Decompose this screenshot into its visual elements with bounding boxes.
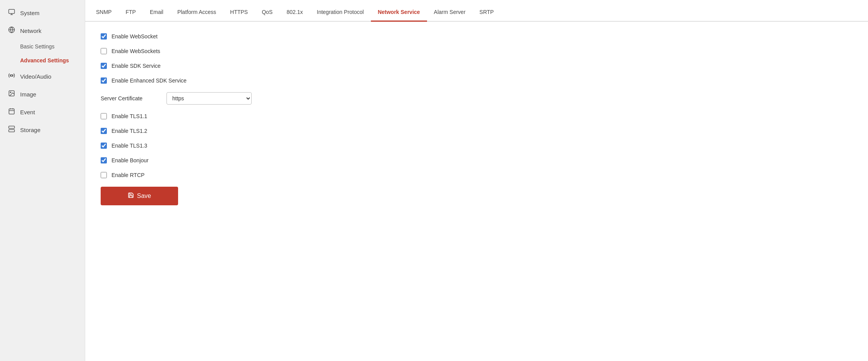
checkbox-row-sdk-service: Enable SDK Service bbox=[101, 63, 853, 69]
checkbox-row-websockets: Enable WebSockets bbox=[101, 48, 853, 54]
checkbox-enhanced-sdk[interactable] bbox=[101, 77, 107, 84]
checkbox-row-enhanced-sdk: Enable Enhanced SDK Service bbox=[101, 77, 853, 84]
checkbox-row-bonjour: Enable Bonjour bbox=[101, 157, 853, 163]
sidebar-label-image: Image bbox=[20, 91, 36, 98]
sidebar-item-video-audio[interactable]: Video/Audio bbox=[0, 67, 85, 85]
tab-alarm-server[interactable]: Alarm Server bbox=[427, 3, 473, 22]
tab-snmp[interactable]: SNMP bbox=[89, 3, 118, 22]
sidebar-item-system[interactable]: System bbox=[0, 4, 85, 22]
image-icon bbox=[8, 90, 15, 98]
sidebar-label-network: Network bbox=[20, 28, 41, 34]
label-enhanced-sdk[interactable]: Enable Enhanced SDK Service bbox=[112, 77, 187, 84]
tab-https[interactable]: HTTPS bbox=[223, 3, 255, 22]
svg-rect-0 bbox=[9, 9, 15, 14]
server-certificate-select[interactable]: https http default bbox=[166, 92, 252, 105]
checkbox-sdk-service[interactable] bbox=[101, 63, 107, 69]
storage-icon bbox=[8, 125, 15, 134]
sidebar-item-event[interactable]: Event bbox=[0, 103, 85, 121]
sidebar-label-video-audio: Video/Audio bbox=[20, 73, 51, 80]
svg-rect-13 bbox=[9, 130, 15, 132]
label-websockets[interactable]: Enable WebSockets bbox=[112, 48, 160, 54]
checkbox-row-tls12: Enable TLS1.2 bbox=[101, 128, 853, 134]
checkbox-row-tls11: Enable TLS1.1 bbox=[101, 113, 853, 119]
checkbox-rtcp[interactable] bbox=[101, 172, 107, 178]
svg-point-5 bbox=[11, 75, 13, 77]
svg-point-7 bbox=[10, 92, 11, 93]
checkbox-tls12[interactable] bbox=[101, 128, 107, 134]
label-websocket[interactable]: Enable WebSocket bbox=[112, 33, 158, 40]
sidebar-sub-item-advanced-settings[interactable]: Advanced Settings bbox=[0, 53, 85, 67]
checkbox-row-rtcp: Enable RTCP bbox=[101, 172, 853, 178]
tab-integration-protocol[interactable]: Integration Protocol bbox=[310, 3, 371, 22]
server-certificate-label: Server Certificate bbox=[101, 95, 163, 101]
sidebar-label-event: Event bbox=[20, 109, 35, 115]
checkbox-bonjour[interactable] bbox=[101, 157, 107, 163]
checkbox-row-tls13: Enable TLS1.3 bbox=[101, 143, 853, 149]
checkbox-row-websocket: Enable WebSocket bbox=[101, 33, 853, 40]
sidebar-item-storage[interactable]: Storage bbox=[0, 121, 85, 139]
label-tls11[interactable]: Enable TLS1.1 bbox=[112, 113, 147, 119]
tab-network-service[interactable]: Network Service bbox=[371, 3, 427, 22]
sidebar-item-image[interactable]: Image bbox=[0, 85, 85, 103]
sidebar: System Network Basic Settings Advanced S… bbox=[0, 0, 85, 361]
svg-rect-8 bbox=[9, 109, 14, 114]
save-label: Save bbox=[137, 193, 151, 199]
content-area: Enable WebSocket Enable WebSockets Enabl… bbox=[85, 22, 868, 361]
tab-bar: SNMP FTP Email Platform Access HTTPS QoS… bbox=[85, 0, 868, 22]
main-panel: SNMP FTP Email Platform Access HTTPS QoS… bbox=[85, 0, 868, 361]
tab-platform-access[interactable]: Platform Access bbox=[170, 3, 223, 22]
server-certificate-row: Server Certificate https http default bbox=[101, 92, 853, 105]
checkbox-websocket[interactable] bbox=[101, 33, 107, 40]
event-icon bbox=[8, 108, 15, 116]
tab-qos[interactable]: QoS bbox=[255, 3, 280, 22]
tab-srtp[interactable]: SRTP bbox=[472, 3, 501, 22]
checkbox-tls13[interactable] bbox=[101, 143, 107, 149]
checkbox-tls11[interactable] bbox=[101, 113, 107, 119]
tab-ftp[interactable]: FTP bbox=[118, 3, 142, 22]
system-icon bbox=[8, 9, 15, 17]
network-icon bbox=[8, 26, 15, 35]
svg-rect-12 bbox=[9, 126, 15, 129]
checkbox-websockets[interactable] bbox=[101, 48, 107, 54]
label-tls12[interactable]: Enable TLS1.2 bbox=[112, 128, 147, 134]
label-tls13[interactable]: Enable TLS1.3 bbox=[112, 143, 147, 149]
save-icon bbox=[128, 192, 134, 200]
sidebar-item-network[interactable]: Network bbox=[0, 22, 85, 40]
sidebar-label-storage: Storage bbox=[20, 127, 41, 133]
sidebar-label-system: System bbox=[20, 10, 39, 16]
video-audio-icon bbox=[8, 72, 15, 81]
tab-email[interactable]: Email bbox=[143, 3, 170, 22]
tab-8021x[interactable]: 802.1x bbox=[280, 3, 310, 22]
label-bonjour[interactable]: Enable Bonjour bbox=[112, 157, 149, 163]
save-button[interactable]: Save bbox=[101, 187, 178, 205]
sidebar-sub-item-basic-settings[interactable]: Basic Settings bbox=[0, 40, 85, 53]
label-sdk-service[interactable]: Enable SDK Service bbox=[112, 63, 161, 69]
label-rtcp[interactable]: Enable RTCP bbox=[112, 172, 144, 178]
